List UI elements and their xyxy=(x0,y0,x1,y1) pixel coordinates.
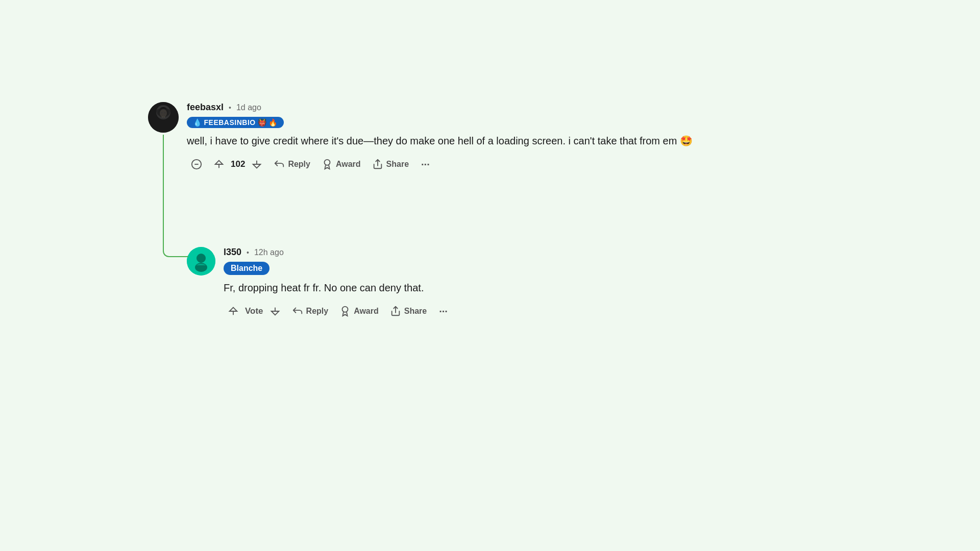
separator-dot-1: • xyxy=(229,104,231,112)
collapse-button-1[interactable] xyxy=(187,156,206,173)
svg-point-10 xyxy=(324,160,330,165)
share-label-1: Share xyxy=(386,160,409,169)
username-l350: l350 xyxy=(224,247,241,258)
upvote-button-1[interactable] xyxy=(209,156,229,173)
downvote-icon xyxy=(251,159,262,170)
avatar-feebasxl xyxy=(148,102,179,133)
comment-1-body: feebasxl • 1d ago 💧FEEBASINBIO 👹🔥 well, … xyxy=(187,102,832,177)
vote-count-1: 102 xyxy=(231,159,245,169)
share-label-2: Share xyxy=(404,307,427,316)
top-comment: feebasxl • 1d ago 💧FEEBASINBIO 👹🔥 well, … xyxy=(148,102,832,237)
page-wrapper: feebasxl • 1d ago 💧FEEBASINBIO 👹🔥 well, … xyxy=(0,0,980,551)
avatar-col xyxy=(148,102,179,237)
comment-1-actions: 102 Reply xyxy=(187,156,832,173)
separator-dot-2: • xyxy=(247,248,249,257)
svg-point-17 xyxy=(342,307,348,312)
reply-icon-1 xyxy=(274,159,285,170)
flair-text-2: Blanche xyxy=(224,262,270,275)
flair-text-1: 💧FEEBASINBIO 👹🔥 xyxy=(187,117,284,128)
reply-label-2: Reply xyxy=(306,307,329,316)
flair-badge-1[interactable]: 💧FEEBASINBIO 👹🔥 xyxy=(187,117,832,128)
share-icon-1 xyxy=(372,159,383,170)
share-icon-2 xyxy=(390,306,401,317)
flair-icon3: 🔥 xyxy=(268,118,278,127)
svg-point-4 xyxy=(161,112,163,114)
award-icon-1 xyxy=(322,159,333,170)
comment-2-actions: Vote Reply xyxy=(224,303,832,320)
comment-1-text: well, i have to give credit where it's d… xyxy=(187,133,832,148)
reply-label-1: Reply xyxy=(288,160,310,169)
award-icon-2 xyxy=(339,306,351,317)
downvote-icon-2 xyxy=(270,306,281,317)
reply-comment: l350 • 12h ago Blanche Fr, dropping heat… xyxy=(187,247,832,324)
award-button-2[interactable]: Award xyxy=(335,303,383,320)
reply-icon-2 xyxy=(292,306,303,317)
reply-button-2[interactable]: Reply xyxy=(288,303,333,320)
svg-point-13 xyxy=(197,254,206,263)
upvote-icon-2 xyxy=(228,306,239,317)
upvote-icon xyxy=(213,159,225,170)
comment-2-text: Fr, dropping heat fr fr. No one can deny… xyxy=(224,280,832,295)
share-button-1[interactable]: Share xyxy=(368,156,413,173)
comment-thread: feebasxl • 1d ago 💧FEEBASINBIO 👹🔥 well, … xyxy=(133,102,847,324)
downvote-button-2[interactable] xyxy=(265,303,285,320)
award-button-1[interactable]: Award xyxy=(317,156,365,173)
comment-1-header: feebasxl • 1d ago xyxy=(187,102,832,113)
comment-2-body: l350 • 12h ago Blanche Fr, dropping heat… xyxy=(224,247,832,324)
thread-curve xyxy=(163,237,188,257)
vote-label-2: Vote xyxy=(245,306,263,316)
share-button-2[interactable]: Share xyxy=(386,303,431,320)
comment-2-header: l350 • 12h ago xyxy=(224,247,832,258)
more-button-2[interactable]: ··· xyxy=(434,304,453,319)
vote-group-1: 102 xyxy=(209,156,266,173)
reply-button-1[interactable]: Reply xyxy=(270,156,314,173)
collapse-icon xyxy=(191,159,202,170)
avatar-l350 xyxy=(187,247,215,276)
avatar-l350-icon xyxy=(187,247,215,276)
timestamp-2: 12h ago xyxy=(254,248,284,257)
avatar-icon xyxy=(148,102,179,133)
thread-line xyxy=(163,135,164,237)
flair-icon1: 💧 xyxy=(193,118,202,127)
flair-icon2: 👹 xyxy=(258,118,267,127)
award-label-1: Award xyxy=(336,160,361,169)
downvote-button-1[interactable] xyxy=(247,156,266,173)
vote-group-2: Vote xyxy=(224,303,285,320)
upvote-button-2[interactable] xyxy=(224,303,243,320)
flair-badge-2[interactable]: Blanche xyxy=(224,262,832,275)
award-label-2: Award xyxy=(354,307,379,316)
more-button-1[interactable]: ··· xyxy=(416,157,435,172)
timestamp-1: 1d ago xyxy=(236,103,261,112)
svg-point-5 xyxy=(164,112,166,114)
username-feebasxl: feebasxl xyxy=(187,102,224,113)
